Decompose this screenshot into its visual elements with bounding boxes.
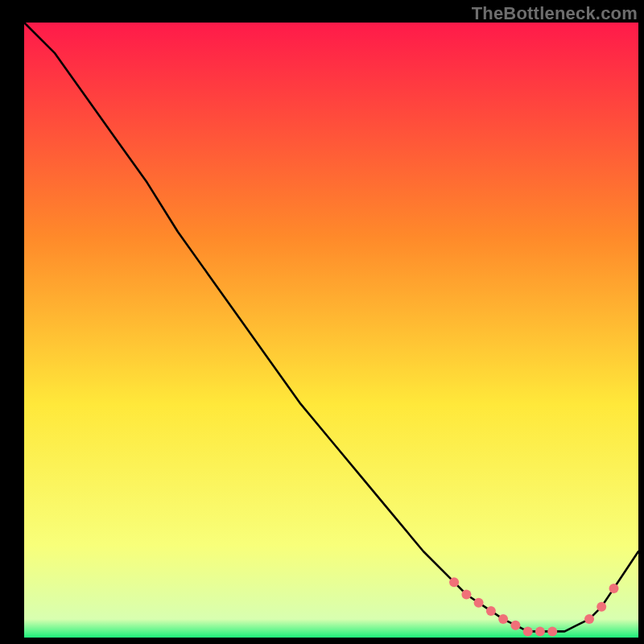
marker-point (609, 584, 619, 593)
chart-stage: TheBottleneck.com (0, 0, 644, 644)
marker-point (461, 590, 471, 600)
marker-point (523, 626, 533, 636)
marker-point (597, 602, 606, 612)
marker-point (498, 614, 508, 624)
marker-point (547, 626, 557, 636)
plot-area (24, 23, 638, 638)
bottleneck-chart (0, 0, 644, 644)
marker-point (486, 606, 496, 616)
marker-point (584, 614, 594, 624)
marker-point (449, 577, 459, 587)
marker-point (510, 621, 520, 630)
marker-point (474, 598, 484, 608)
marker-point (535, 626, 545, 636)
